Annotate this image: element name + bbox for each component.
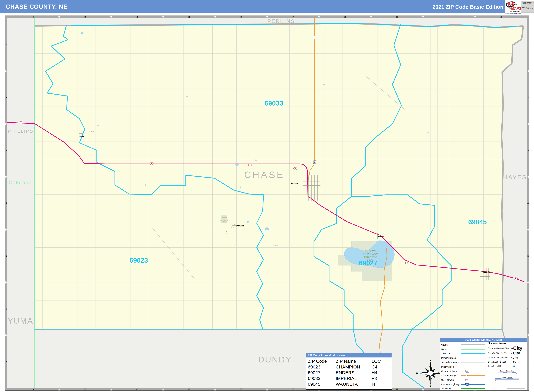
primary-street-sample [461, 358, 485, 358]
label-yuma: YUMA [8, 317, 33, 325]
zip-label-69045: 69045 [468, 218, 487, 226]
svg-text:E: E [240, 16, 242, 18]
marketmaps-logo: M arket MAPS On Target. On Time. America… [505, 0, 521, 15]
logo-tagline2: America's Leading Source of Business Map… [505, 13, 521, 14]
edition-label: 2021 ZIP Code Basic Edition [432, 4, 503, 10]
us6-badge: 6 [405, 262, 409, 264]
title-bar: CHASE COUNTY, NE 2021 ZIP Code Basic Edi… [0, 0, 505, 13]
svg-text:LAKE STATE: LAKE STATE [221, 218, 227, 220]
svg-text:STATE REC: STATE REC [363, 256, 377, 259]
svg-text:AREA: AREA [223, 221, 226, 222]
state-highway-sample [461, 375, 485, 376]
svg-text:6: 6 [21, 122, 22, 123]
label-chase: CHASE [244, 169, 285, 180]
scale-kilometers: Scale in Kilometers 012 [494, 370, 521, 374]
label-dundy: DUNDY [258, 355, 292, 364]
table-cell: 69045 [308, 381, 336, 387]
svg-text:4: 4 [527, 202, 529, 205]
table-cell: F3 [372, 376, 392, 381]
logo-maps: MAPS [511, 6, 521, 10]
legend-road-types: County State ZIP Code Primary Streets Se… [441, 343, 487, 391]
svg-text:6: 6 [6, 308, 7, 310]
legend-label: Primary Streets [441, 357, 461, 359]
svg-text:A: A [33, 16, 34, 18]
svg-text:741 Rd: 741 Rd [85, 139, 89, 141]
logo-tagline: On Target. On Time. [510, 10, 521, 12]
table-cell: 69023 [308, 364, 336, 370]
svg-text:6: 6 [295, 168, 296, 169]
city-label-wauneta: Wauneta [482, 271, 490, 273]
legend-label: County Highways [441, 370, 461, 372]
svg-text:A: A [33, 388, 34, 391]
table-cell: WAUNETA [336, 381, 372, 387]
label-perkins: PERKINS [267, 18, 295, 24]
city-label-champion: Champion [236, 225, 244, 227]
table-cell: I4 [372, 381, 392, 387]
city-class-label: Cities 5,000 - 24,999 [487, 361, 511, 363]
legend-label: State Highways [441, 374, 461, 377]
col-header-zip: ZIP Code [308, 358, 336, 364]
svg-text:G: G [344, 16, 346, 18]
svg-text:5: 5 [527, 255, 529, 257]
svg-text:347 Ave: 347 Ave [145, 184, 146, 188]
zip-label-69033: 69033 [265, 99, 283, 107]
contact-box: CALL US TOLL FREE! 1-888-434-MAPS (6277)… [521, 1, 534, 13]
state-highway-badge: 123 [465, 374, 468, 377]
svg-text:H: H [396, 16, 398, 18]
legend-label: ZIP Code [441, 352, 461, 355]
us6-badge: 6 [248, 164, 252, 166]
svg-text:2: 2 [6, 96, 7, 99]
svg-text:6: 6 [527, 308, 529, 310]
svg-text:D: D [188, 388, 190, 391]
svg-text:6: 6 [407, 262, 408, 264]
contact-line1: CALL US TOLL FREE! [522, 2, 534, 3]
us6-badge: 6 [294, 167, 297, 170]
state-line-sample [461, 349, 485, 350]
table-cell: H4 [372, 370, 392, 376]
legend-title: 2021 Chase County, NE Map [440, 338, 527, 342]
svg-text:7: 7 [6, 360, 7, 363]
svg-text:J: J [500, 16, 501, 18]
city-sample-5k: City [511, 361, 516, 363]
svg-text:742 Rd: 742 Rd [90, 131, 94, 132]
svg-text:61: 61 [314, 161, 316, 163]
label-colorado: Colorado [9, 180, 32, 185]
label-hayes: HAYES [503, 174, 527, 181]
svg-text:6: 6 [151, 163, 152, 164]
compass-s: S [430, 384, 431, 387]
contact-line3: EMAIL US AT: [522, 7, 534, 8]
svg-text:61: 61 [314, 37, 315, 39]
svg-text:3: 3 [6, 149, 7, 152]
county-highway-badge: 123 [465, 370, 469, 373]
city-class-label: Cities 1 - 4,999 [487, 365, 511, 367]
table-cell: C4 [372, 364, 392, 370]
cities-header: Cities and Towns [487, 342, 526, 345]
us6-badge: 6 [19, 121, 23, 124]
us-highway-badge: 123 [465, 378, 469, 381]
us6-badge: 6 [150, 162, 153, 165]
interstate-badge: 123 [465, 383, 469, 386]
city-sample-25k: City [511, 356, 518, 359]
legend-cities: Cities and Towns Cities 100,000 and Abov… [487, 342, 526, 381]
legend-label: US Highways [441, 379, 461, 381]
legend-label: County [441, 344, 461, 346]
svg-text:F: F [292, 388, 294, 391]
svg-text:3: 3 [527, 149, 529, 152]
col-header-name: ZIP Name [336, 358, 372, 364]
svg-text:C: C [136, 388, 138, 391]
city-label-imperial: Imperial [291, 182, 298, 185]
svg-text:2: 2 [527, 96, 529, 99]
svg-text:D: D [188, 16, 190, 18]
col-header-loc: LOC [372, 358, 392, 364]
table-cell: CHAMPION [336, 364, 372, 370]
us6-badge: 6 [514, 278, 518, 280]
svg-text:6: 6 [515, 278, 516, 280]
svg-text:H: H [396, 388, 398, 391]
compass-w: W [416, 372, 418, 374]
label-phillips: PHILLIPS [8, 129, 34, 134]
svg-text:I: I [449, 16, 450, 18]
svg-text:B: B [84, 388, 86, 391]
map-legend: 2021 Chase County, NE Map County State Z… [440, 338, 527, 390]
svg-text:5: 5 [6, 255, 7, 257]
zip-label-69023: 69023 [130, 257, 148, 264]
